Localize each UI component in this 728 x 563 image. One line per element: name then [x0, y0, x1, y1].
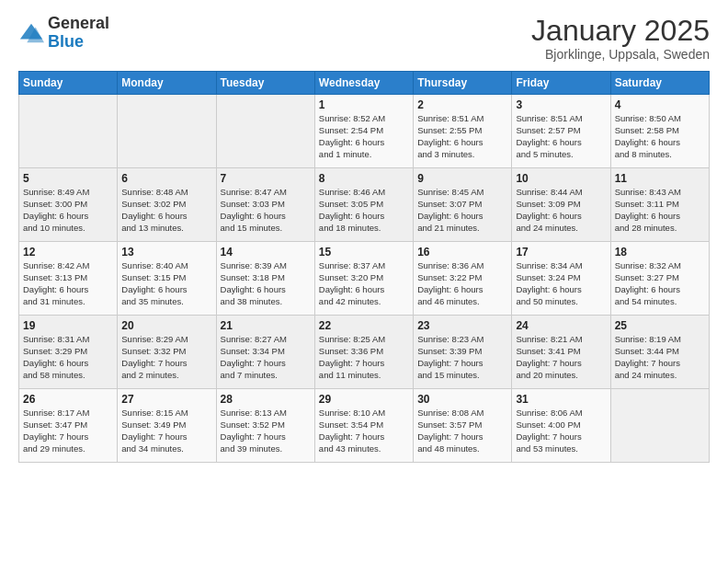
day-number: 11	[615, 172, 705, 185]
day-number: 20	[121, 319, 211, 332]
day-info: Sunrise: 8:25 AMSunset: 3:36 PMDaylight:…	[319, 334, 409, 381]
day-number: 25	[615, 319, 705, 332]
day-number: 2	[417, 98, 507, 111]
day-number: 5	[23, 172, 113, 185]
cell-5-7	[610, 389, 709, 463]
cell-3-5: 16Sunrise: 8:36 AMSunset: 3:22 PMDayligh…	[414, 242, 512, 316]
day-number: 3	[516, 98, 606, 111]
week-row-4: 19Sunrise: 8:31 AMSunset: 3:29 PMDayligh…	[19, 316, 710, 389]
cell-3-4: 15Sunrise: 8:37 AMSunset: 3:20 PMDayligh…	[314, 242, 413, 316]
day-info: Sunrise: 8:37 AMSunset: 3:20 PMDaylight:…	[319, 260, 409, 307]
day-number: 27	[121, 393, 211, 406]
cell-2-1: 5Sunrise: 8:49 AMSunset: 3:00 PMDaylight…	[19, 168, 118, 242]
day-info: Sunrise: 8:13 AMSunset: 3:52 PMDaylight:…	[221, 408, 311, 454]
week-row-1: 1Sunrise: 8:52 AMSunset: 2:54 PMDaylight…	[19, 95, 710, 168]
header: General Blue January 2025 Bjorklinge, Up…	[18, 15, 710, 62]
logo-blue-text: Blue	[48, 33, 109, 52]
logo-general-text: General	[48, 15, 109, 33]
cell-2-3: 7Sunrise: 8:47 AMSunset: 3:03 PMDaylight…	[216, 168, 314, 242]
day-info: Sunrise: 8:17 AMSunset: 3:47 PMDaylight:…	[23, 408, 113, 454]
col-thursday: Thursday	[414, 72, 512, 95]
day-info: Sunrise: 8:34 AMSunset: 3:24 PMDaylight:…	[516, 260, 606, 307]
day-number: 14	[221, 246, 311, 259]
day-number: 23	[417, 319, 507, 332]
day-info: Sunrise: 8:29 AMSunset: 3:32 PMDaylight:…	[121, 334, 211, 381]
cell-3-1: 12Sunrise: 8:42 AMSunset: 3:13 PMDayligh…	[19, 242, 118, 316]
day-info: Sunrise: 8:40 AMSunset: 3:15 PMDaylight:…	[121, 260, 211, 307]
cell-2-2: 6Sunrise: 8:48 AMSunset: 3:02 PMDaylight…	[118, 168, 216, 242]
title-block: January 2025 Bjorklinge, Uppsala, Sweden	[531, 15, 710, 62]
day-number: 16	[417, 246, 507, 259]
logo-text: General Blue	[48, 15, 109, 52]
day-number: 24	[516, 319, 606, 332]
day-info: Sunrise: 8:47 AMSunset: 3:03 PMDaylight:…	[221, 187, 311, 234]
day-number: 12	[23, 246, 113, 259]
cell-1-1	[19, 95, 118, 168]
cell-3-7: 18Sunrise: 8:32 AMSunset: 3:27 PMDayligh…	[610, 242, 709, 316]
day-number: 29	[319, 393, 409, 406]
day-info: Sunrise: 8:15 AMSunset: 3:49 PMDaylight:…	[121, 408, 211, 454]
day-number: 17	[516, 246, 606, 259]
day-info: Sunrise: 8:32 AMSunset: 3:27 PMDaylight:…	[615, 260, 705, 307]
day-info: Sunrise: 8:46 AMSunset: 3:05 PMDaylight:…	[319, 187, 409, 234]
cell-4-5: 23Sunrise: 8:23 AMSunset: 3:39 PMDayligh…	[414, 316, 512, 389]
col-wednesday: Wednesday	[314, 72, 413, 95]
cell-1-6: 3Sunrise: 8:51 AMSunset: 2:57 PMDaylight…	[512, 95, 610, 168]
day-info: Sunrise: 8:43 AMSunset: 3:11 PMDaylight:…	[615, 187, 705, 234]
day-info: Sunrise: 8:48 AMSunset: 3:02 PMDaylight:…	[121, 187, 211, 234]
logo: General Blue	[18, 15, 109, 52]
cell-1-7: 4Sunrise: 8:50 AMSunset: 2:58 PMDaylight…	[610, 95, 709, 168]
day-info: Sunrise: 8:51 AMSunset: 2:55 PMDaylight:…	[417, 113, 507, 160]
day-info: Sunrise: 8:21 AMSunset: 3:41 PMDaylight:…	[516, 334, 606, 381]
day-number: 4	[615, 98, 705, 111]
day-number: 21	[221, 319, 311, 332]
day-info: Sunrise: 8:19 AMSunset: 3:44 PMDaylight:…	[615, 334, 705, 381]
calendar-table: Sunday Monday Tuesday Wednesday Thursday…	[18, 71, 710, 463]
day-info: Sunrise: 8:36 AMSunset: 3:22 PMDaylight:…	[417, 260, 507, 307]
day-number: 15	[319, 246, 409, 259]
week-row-3: 12Sunrise: 8:42 AMSunset: 3:13 PMDayligh…	[19, 242, 710, 316]
calendar-header: Sunday Monday Tuesday Wednesday Thursday…	[19, 72, 710, 95]
cell-5-1: 26Sunrise: 8:17 AMSunset: 3:47 PMDayligh…	[19, 389, 118, 463]
cell-1-2	[118, 95, 216, 168]
day-info: Sunrise: 8:08 AMSunset: 3:57 PMDaylight:…	[417, 408, 507, 454]
day-info: Sunrise: 8:39 AMSunset: 3:18 PMDaylight:…	[221, 260, 311, 307]
day-number: 13	[121, 246, 211, 259]
cell-4-3: 21Sunrise: 8:27 AMSunset: 3:34 PMDayligh…	[216, 316, 314, 389]
day-number: 1	[319, 98, 409, 111]
day-info: Sunrise: 8:23 AMSunset: 3:39 PMDaylight:…	[417, 334, 507, 381]
cell-2-6: 10Sunrise: 8:44 AMSunset: 3:09 PMDayligh…	[512, 168, 610, 242]
day-number: 30	[417, 393, 507, 406]
day-info: Sunrise: 8:51 AMSunset: 2:57 PMDaylight:…	[516, 113, 606, 160]
week-row-5: 26Sunrise: 8:17 AMSunset: 3:47 PMDayligh…	[19, 389, 710, 463]
day-info: Sunrise: 8:06 AMSunset: 4:00 PMDaylight:…	[516, 408, 606, 454]
cell-3-2: 13Sunrise: 8:40 AMSunset: 3:15 PMDayligh…	[118, 242, 216, 316]
day-number: 31	[516, 393, 606, 406]
day-info: Sunrise: 8:42 AMSunset: 3:13 PMDaylight:…	[23, 260, 113, 307]
cell-5-5: 30Sunrise: 8:08 AMSunset: 3:57 PMDayligh…	[414, 389, 512, 463]
cell-4-6: 24Sunrise: 8:21 AMSunset: 3:41 PMDayligh…	[512, 316, 610, 389]
day-number: 18	[615, 246, 705, 259]
calendar-page: General Blue January 2025 Bjorklinge, Up…	[0, 0, 728, 563]
col-friday: Friday	[512, 72, 610, 95]
day-number: 22	[319, 319, 409, 332]
week-row-2: 5Sunrise: 8:49 AMSunset: 3:00 PMDaylight…	[19, 168, 710, 242]
cell-4-7: 25Sunrise: 8:19 AMSunset: 3:44 PMDayligh…	[610, 316, 709, 389]
day-number: 28	[221, 393, 311, 406]
cell-2-4: 8Sunrise: 8:46 AMSunset: 3:05 PMDaylight…	[314, 168, 413, 242]
cell-5-6: 31Sunrise: 8:06 AMSunset: 4:00 PMDayligh…	[512, 389, 610, 463]
col-monday: Monday	[118, 72, 216, 95]
cell-3-3: 14Sunrise: 8:39 AMSunset: 3:18 PMDayligh…	[216, 242, 314, 316]
col-saturday: Saturday	[610, 72, 709, 95]
day-info: Sunrise: 8:44 AMSunset: 3:09 PMDaylight:…	[516, 187, 606, 234]
calendar-subtitle: Bjorklinge, Uppsala, Sweden	[531, 47, 710, 62]
day-number: 6	[121, 172, 211, 185]
cell-5-2: 27Sunrise: 8:15 AMSunset: 3:49 PMDayligh…	[118, 389, 216, 463]
day-number: 9	[417, 172, 507, 185]
col-tuesday: Tuesday	[216, 72, 314, 95]
day-info: Sunrise: 8:10 AMSunset: 3:54 PMDaylight:…	[319, 408, 409, 454]
header-row: Sunday Monday Tuesday Wednesday Thursday…	[19, 72, 710, 95]
cell-1-4: 1Sunrise: 8:52 AMSunset: 2:54 PMDaylight…	[314, 95, 413, 168]
cell-5-4: 29Sunrise: 8:10 AMSunset: 3:54 PMDayligh…	[314, 389, 413, 463]
col-sunday: Sunday	[19, 72, 118, 95]
